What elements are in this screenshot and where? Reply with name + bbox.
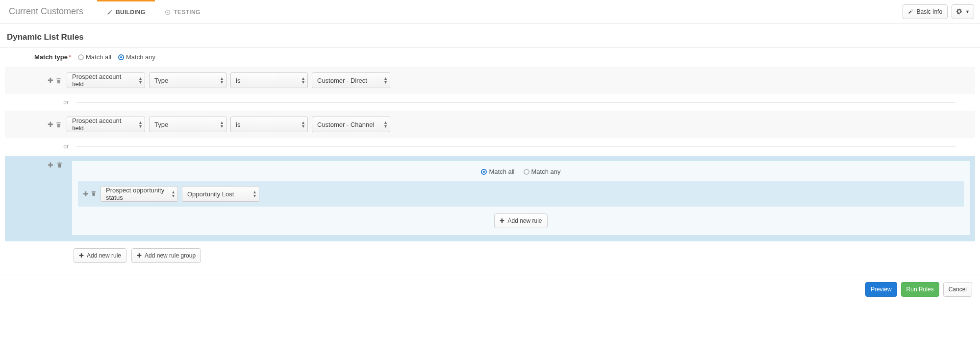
add-rule-label: Add new rule [87,252,121,259]
group-add-rule-button[interactable]: ✚ Add new rule [494,213,547,228]
basic-info-label: Basic Info [916,8,942,15]
settings-dropdown-button[interactable]: ▼ [952,4,974,19]
match-all-label: Match all [86,53,111,61]
add-rule-button[interactable]: ✚ Add new rule [74,248,126,263]
tab-building[interactable]: BUILDING [97,0,155,23]
svg-point-1 [167,12,169,13]
match-type-label: Match type [34,53,68,61]
plus-icon[interactable]: ✚ [48,121,53,128]
radio-dot [481,169,487,175]
group-match-all-radio[interactable]: Match all [481,168,514,175]
match-all-radio[interactable]: Match all [78,53,111,61]
group-match-any-radio[interactable]: Match any [524,168,561,175]
select-caret-icon: ▴▾ [302,120,304,128]
group-match-all-label: Match all [489,168,514,175]
or-label: or [5,143,76,150]
group-rule-row: ✚ Prospect opportunity status ▴▾ Opportu… [78,181,964,207]
rule-row: ✚ Prospect account field ▴▾ Type ▴▾ is ▴… [5,67,975,94]
rule-attr-select[interactable]: Type ▴▾ [149,72,226,88]
target-icon [165,9,171,15]
basic-info-button[interactable]: Basic Info [903,4,948,19]
cancel-label: Cancel [949,286,967,293]
rule-op-select[interactable]: is ▴▾ [230,117,308,132]
caret-down-icon: ▼ [965,9,970,14]
match-type-row: Match type* Match all Match any [0,47,980,65]
pencil-icon [107,9,113,15]
rule-value: Customer - Channel [317,121,374,128]
cancel-button[interactable]: Cancel [943,282,972,297]
group-rule-field-value: Prospect opportunity status [106,187,167,201]
plus-icon[interactable]: ✚ [48,77,53,84]
or-label: or [5,99,76,106]
required-asterisk: * [69,53,71,61]
rule-value-select[interactable]: Customer - Channel ▴▾ [312,117,390,132]
section-title: Dynamic List Rules [0,24,980,47]
rule-op-value: is [236,121,240,128]
rule-attr-value: Type [154,121,168,128]
rule-op-select[interactable]: is ▴▾ [230,72,308,88]
group-rule-value: Opportunity Lost [187,190,234,198]
radio-dot [78,54,84,60]
or-separator: or [5,138,975,155]
plus-icon[interactable]: ✚ [48,162,53,168]
select-caret-icon: ▴▾ [384,76,387,84]
plus-icon[interactable]: ✚ [83,190,89,197]
tab-testing-label: TESTING [174,9,200,16]
select-caret-icon: ▴▾ [139,120,142,128]
select-caret-icon: ▴▾ [384,120,387,128]
select-caret-icon: ▴▾ [253,190,256,198]
select-caret-icon: ▴▾ [172,190,175,198]
rule-value-select[interactable]: Customer - Direct ▴▾ [312,72,390,88]
select-caret-icon: ▴▾ [221,120,223,128]
add-rule-group-button[interactable]: ✚ Add new rule group [131,248,201,263]
gear-icon [956,8,962,15]
group-rule-field-select[interactable]: Prospect opportunity status ▴▾ [101,186,178,202]
tab-building-label: BUILDING [116,9,145,16]
preview-button[interactable]: Preview [865,282,897,297]
or-separator: or [5,94,975,111]
rule-field-value: Prospect account field [72,73,134,88]
group-rule-value-select[interactable]: Opportunity Lost ▴▾ [182,186,259,202]
pencil-icon [908,9,913,14]
radio-dot [524,169,529,175]
select-caret-icon: ▴▾ [139,76,142,84]
add-rule-group-label: Add new rule group [145,252,196,259]
trash-icon[interactable] [55,121,62,128]
rule-op-value: is [236,77,240,84]
tab-testing[interactable]: TESTING [155,0,210,23]
match-any-radio[interactable]: Match any [118,53,155,61]
group-match-any-label: Match any [531,168,561,175]
rule-field-value: Prospect account field [72,117,134,132]
page-title: Current Customers [9,0,97,23]
rule-field-select[interactable]: Prospect account field ▴▾ [67,117,145,132]
rule-group: ✚ Match all Match any ✚ [5,156,975,241]
plus-icon: ✚ [500,217,504,224]
select-caret-icon: ▴▾ [221,76,223,84]
select-caret-icon: ▴▾ [302,76,304,84]
rule-attr-select[interactable]: Type ▴▾ [149,117,226,132]
rule-row: ✚ Prospect account field ▴▾ Type ▴▾ is ▴… [5,111,975,138]
trash-icon[interactable] [91,190,97,197]
run-rules-button[interactable]: Run Rules [901,282,939,297]
trash-icon[interactable] [56,162,63,168]
plus-icon: ✚ [137,252,142,259]
radio-dot [118,54,124,60]
run-rules-label: Run Rules [906,286,934,293]
preview-label: Preview [871,286,892,293]
rule-field-select[interactable]: Prospect account field ▴▾ [67,72,145,88]
rule-attr-value: Type [154,77,168,84]
group-add-rule-label: Add new rule [507,217,542,224]
match-any-label: Match any [126,53,155,61]
plus-icon: ✚ [79,252,84,259]
trash-icon[interactable] [55,77,62,84]
rule-value: Customer - Direct [317,77,367,84]
